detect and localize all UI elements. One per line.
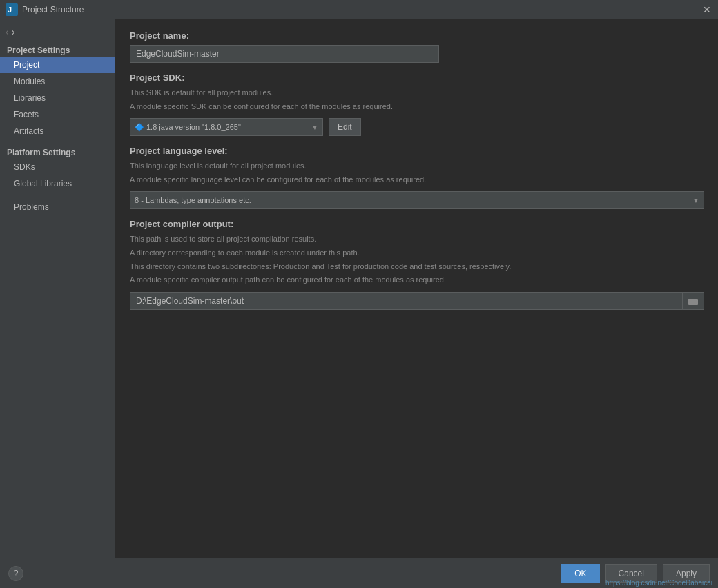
- project-name-input[interactable]: [130, 45, 439, 63]
- lang-desc1: This language level is default for all p…: [130, 160, 704, 173]
- help-button[interactable]: ?: [8, 566, 23, 581]
- compiler-desc4: A module specific compiler output path c…: [130, 274, 704, 286]
- compiler-output-section: Project compiler output: This path is us…: [130, 219, 704, 309]
- title-bar: J Project Structure ✕: [0, 0, 718, 19]
- sdk-dropdown[interactable]: 🔷 1.8 java version "1.8.0_265" ▼: [130, 118, 323, 136]
- main-layout: ‹ › Project Settings Project Modules Lib…: [0, 19, 718, 558]
- language-level-dropdown[interactable]: 8 - Lambdas, type annotations etc. ▼: [130, 191, 704, 209]
- language-level-label: Project language level:: [130, 146, 704, 156]
- sdk-desc1: This SDK is default for all project modu…: [130, 87, 704, 99]
- sidebar-item-sdks[interactable]: SDKs: [0, 159, 115, 175]
- watermark: https://blog.csdn.net/CodeDabaicai: [605, 579, 712, 587]
- sidebar-item-project[interactable]: Project: [0, 57, 115, 73]
- sidebar-item-global-libraries[interactable]: Global Libraries: [0, 175, 115, 192]
- sdk-section: Project SDK: This SDK is default for all…: [130, 72, 704, 136]
- compiler-desc2: A directory corresponding to each module…: [130, 247, 704, 259]
- ok-button[interactable]: OK: [561, 564, 599, 583]
- sidebar-item-artifacts[interactable]: Artifacts: [0, 123, 115, 139]
- lang-level-row: 8 - Lambdas, type annotations etc. ▼: [130, 191, 704, 209]
- sidebar-item-libraries[interactable]: Libraries: [0, 90, 115, 106]
- folder-icon: [688, 296, 698, 306]
- sidebar-item-modules[interactable]: Modules: [0, 73, 115, 90]
- project-name-label: Project name:: [130, 30, 704, 41]
- sdk-dropdown-icon: 🔷: [135, 123, 144, 132]
- sdk-dropdown-value: 1.8 java version "1.8.0_265": [146, 123, 241, 131]
- language-level-value: 8 - Lambdas, type annotations etc.: [135, 196, 251, 204]
- lang-desc2: A module specific language level can be …: [130, 174, 704, 186]
- svg-rect-3: [688, 299, 692, 300]
- sidebar-nav: ‹ ›: [0, 25, 115, 39]
- sdk-dropdown-arrow: ▼: [311, 124, 318, 131]
- compiler-output-label: Project compiler output:: [130, 219, 704, 229]
- title-bar-title: Project Structure: [22, 5, 701, 14]
- svg-text:J: J: [8, 6, 12, 14]
- lang-dropdown-arrow: ▼: [692, 197, 699, 204]
- sdk-row: 🔷 1.8 java version "1.8.0_265" ▼ Edit: [130, 118, 704, 136]
- platform-settings-label: Platform Settings: [0, 145, 115, 159]
- compiler-desc1: This path is used to store all project c…: [130, 233, 704, 246]
- sdk-edit-button[interactable]: Edit: [329, 118, 361, 136]
- sidebar-item-facets[interactable]: Facets: [0, 106, 115, 123]
- project-sdk-label: Project SDK:: [130, 72, 704, 83]
- sdk-desc2: A module specific SDK can be configured …: [130, 101, 704, 113]
- project-settings-label: Project Settings: [0, 43, 115, 57]
- language-level-section: Project language level: This language le…: [130, 146, 704, 209]
- back-arrow[interactable]: ‹: [6, 26, 9, 37]
- compiler-desc3: This directory contains two subdirectori…: [130, 261, 704, 273]
- compiler-path-row: [130, 292, 704, 310]
- compiler-output-path-input[interactable]: [130, 292, 683, 310]
- app-logo: J: [6, 3, 18, 16]
- sidebar: ‹ › Project Settings Project Modules Lib…: [0, 19, 116, 558]
- sidebar-item-problems[interactable]: Problems: [0, 199, 115, 215]
- path-browse-button[interactable]: [683, 292, 704, 310]
- close-button[interactable]: ✕: [701, 4, 712, 15]
- forward-arrow[interactable]: ›: [12, 26, 15, 37]
- content-area: Project name: Project SDK: This SDK is d…: [116, 19, 718, 558]
